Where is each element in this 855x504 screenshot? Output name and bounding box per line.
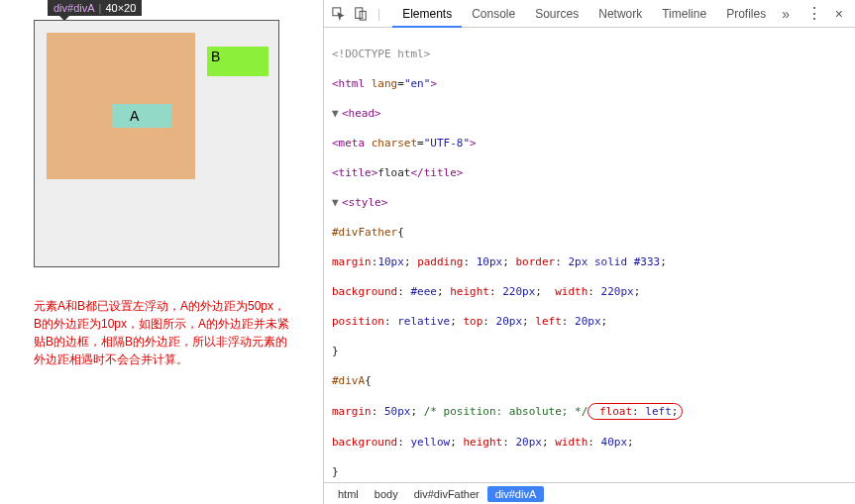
svg-rect-1 <box>356 7 363 18</box>
elements-dom-tree[interactable]: <!DOCTYPE html> <html lang="en"> ▼<head>… <box>324 28 855 482</box>
css-decl[interactable]: margin:10px; padding: 10px; border: 2px … <box>324 254 855 269</box>
float-left-callout: float: left; <box>588 403 683 420</box>
device-toggle-icon[interactable] <box>352 5 370 23</box>
more-tabs-chevron-icon[interactable]: » <box>776 6 796 22</box>
tab-profiles[interactable]: Profiles <box>716 0 776 28</box>
divA-box: A <box>112 104 171 128</box>
divB-box: B <box>207 47 268 76</box>
tab-elements[interactable]: Elements <box>392 0 462 28</box>
head-node[interactable]: ▼<head> <box>324 106 855 121</box>
css-decl[interactable]: background: yellow; height: 20px; width:… <box>324 435 855 450</box>
css-decl[interactable]: background: #eee; height: 220px; width: … <box>324 284 855 299</box>
breadcrumb: html body div#divFather div#divA <box>324 482 855 504</box>
tooltip-selector: div#divA <box>53 2 95 14</box>
inspect-element-icon[interactable] <box>330 5 348 23</box>
style-node[interactable]: ▼<style> <box>324 195 855 210</box>
breadcrumb-divFather[interactable]: div#divFather <box>406 486 487 502</box>
html-node[interactable]: <html lang="en"> <box>324 76 855 91</box>
explanation-text: 元素A和B都已设置左浮动，A的外边距为50px，B的外边距为10px，如图所示，… <box>34 297 291 368</box>
css-decl[interactable]: margin: 50px; /* position: absolute; */ … <box>324 403 855 420</box>
kebab-menu-icon[interactable]: ⋮ <box>801 4 829 23</box>
title-node[interactable]: <title>float</title> <box>324 165 855 180</box>
doctype-node[interactable]: <!DOCTYPE html> <box>332 48 430 60</box>
css-selector[interactable]: #divA{ <box>324 373 855 388</box>
tab-timeline[interactable]: Timeline <box>652 0 716 28</box>
devtools-pane: | Elements Console Sources Network Timel… <box>323 0 855 504</box>
tab-console[interactable]: Console <box>462 0 525 28</box>
breadcrumb-divA[interactable]: div#divA <box>487 486 545 502</box>
tab-network[interactable]: Network <box>588 0 652 28</box>
close-icon[interactable]: × <box>829 6 849 22</box>
breadcrumb-body[interactable]: body <box>367 486 406 502</box>
tab-sources[interactable]: Sources <box>525 0 588 28</box>
render-viewport: A B <box>34 20 279 267</box>
css-decl[interactable]: position: relative; top: 20px; left: 20p… <box>324 314 855 329</box>
breadcrumb-html[interactable]: html <box>330 486 367 502</box>
devtools-tabs: Elements Console Sources Network Timelin… <box>392 0 776 28</box>
css-selector[interactable]: #divFather{ <box>324 225 855 240</box>
meta-node[interactable]: <meta charset="UTF-8"> <box>324 136 855 151</box>
inspect-tooltip: div#divA | 40×20 <box>48 0 142 16</box>
tooltip-dims: 40×20 <box>105 2 136 14</box>
rendered-page-pane: div#divA | 40×20 A B 元素A和B都已设置左浮动，A的外边距为… <box>0 0 323 504</box>
devtools-toolbar: | Elements Console Sources Network Timel… <box>324 0 855 28</box>
